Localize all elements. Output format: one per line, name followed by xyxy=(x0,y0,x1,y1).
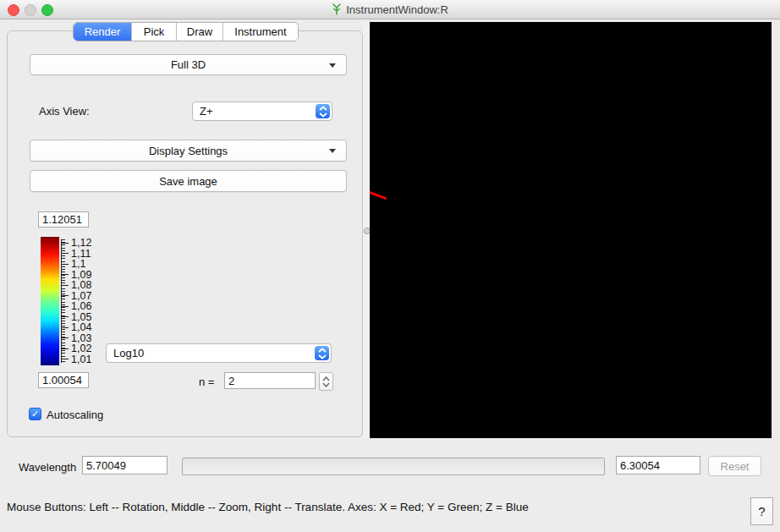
wavelength-slider[interactable] xyxy=(182,458,605,475)
colorbar-tick: 1,01 xyxy=(71,354,91,365)
n-spinner[interactable] xyxy=(319,372,333,391)
instrument-3d-viewport[interactable] xyxy=(370,22,772,438)
wavelength-label: Wavelength xyxy=(19,461,76,474)
reset-button[interactable]: Reset xyxy=(708,456,761,476)
spinner-up-icon[interactable] xyxy=(322,376,330,381)
scale-max-input[interactable] xyxy=(38,211,89,228)
colorbar[interactable] xyxy=(41,237,59,365)
scale-type-value: Log10 xyxy=(113,347,144,359)
viewport-background xyxy=(370,22,387,397)
tab-draw[interactable]: Draw xyxy=(177,23,223,41)
window-title: InstrumentWindow:R xyxy=(346,3,448,16)
wavelength-max-input[interactable] xyxy=(616,456,700,474)
display-settings-dropdown[interactable]: Display Settings xyxy=(30,140,347,162)
display-settings-label: Display Settings xyxy=(149,145,228,157)
scale-type-select[interactable]: Log10 xyxy=(106,343,332,363)
axis-view-value: Z+ xyxy=(200,105,213,118)
instrument-window: InstrumentWindow:R Render Pick Draw Inst… xyxy=(0,0,780,532)
save-image-label: Save image xyxy=(159,175,217,188)
autoscaling-checkbox[interactable]: ✓ xyxy=(29,408,41,420)
tab-instrument[interactable]: Instrument xyxy=(223,23,298,41)
help-button-label: ? xyxy=(758,504,765,518)
reset-button-label: Reset xyxy=(721,460,750,473)
n-label: n = xyxy=(199,376,214,388)
help-button[interactable]: ? xyxy=(750,497,773,525)
scale-min-input[interactable] xyxy=(38,372,89,388)
updown-stepper-icon[interactable] xyxy=(315,346,329,360)
updown-stepper-icon[interactable] xyxy=(316,104,330,118)
tab-pick[interactable]: Pick xyxy=(132,23,177,41)
spinner-down-icon[interactable] xyxy=(322,382,330,387)
colorbar-tick-labels: 1,12 1,11 1,1 1,09 1,08 1,07 1,06 1,05 1… xyxy=(61,238,112,365)
panel-splitter[interactable] xyxy=(363,22,370,438)
autoscaling-label: Autoscaling xyxy=(47,409,103,421)
n-input[interactable] xyxy=(224,372,316,389)
wavelength-min-input[interactable] xyxy=(82,456,168,474)
title-bar[interactable]: InstrumentWindow:R xyxy=(0,0,780,19)
projection-dropdown-label: Full 3D xyxy=(171,58,206,71)
axis-view-select[interactable]: Z+ xyxy=(192,101,332,121)
axis-view-label: Axis View: xyxy=(39,105,90,118)
tab-render[interactable]: Render xyxy=(74,23,132,41)
view-tabs: Render Pick Draw Instrument xyxy=(73,22,299,41)
status-text: Mouse Buttons: Left -- Rotation, Middle … xyxy=(7,501,529,513)
chevron-down-icon xyxy=(329,63,336,68)
projection-dropdown[interactable]: Full 3D xyxy=(30,54,347,75)
save-image-button[interactable]: Save image xyxy=(30,170,347,192)
mantid-icon xyxy=(332,3,342,15)
chevron-down-icon xyxy=(329,149,336,153)
